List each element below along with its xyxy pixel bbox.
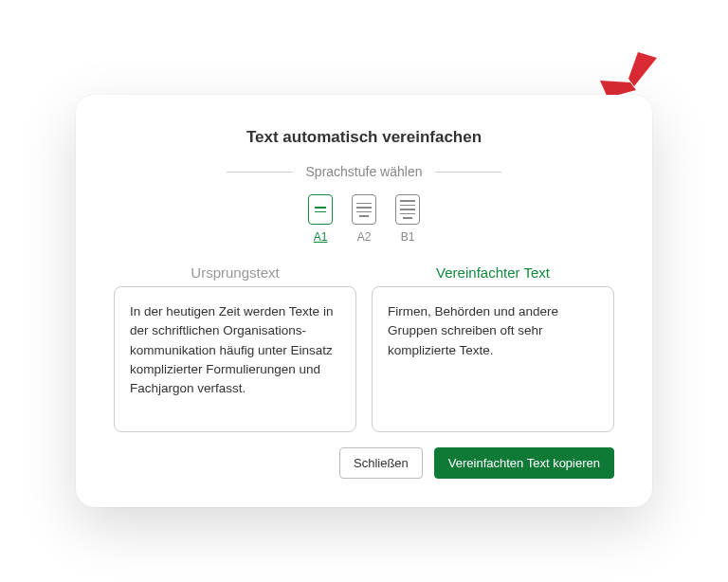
subtitle-text: Sprachstufe wählen (306, 164, 423, 179)
divider-line (435, 172, 501, 173)
simplify-dialog: Text automatisch vereinfachen Sprachstuf… (76, 95, 652, 507)
text-columns: In der heutigen Zeit werden Texte in der… (114, 286, 614, 432)
copy-simplified-button[interactable]: Vereinfachten Text kopieren (434, 447, 614, 479)
source-text-panel: In der heutigen Zeit werden Texte in der… (114, 286, 356, 432)
source-header: Ursprungstext (114, 264, 356, 281)
level-selector: A1 A2 B1 (114, 194, 614, 244)
level-label: A1 (314, 230, 328, 244)
dialog-actions: Schließen Vereinfachten Text kopieren (114, 447, 614, 479)
source-text: In der heutigen Zeit werden Texte in der… (130, 304, 333, 395)
level-b1[interactable]: B1 (395, 194, 420, 244)
level-label: A2 (357, 230, 372, 244)
dialog-title: Text automatisch vereinfachen (114, 128, 614, 147)
divider-line (227, 172, 293, 173)
svg-marker-0 (628, 52, 657, 86)
document-icon (352, 194, 376, 225)
columns-header: Ursprungstext Vereinfachter Text (114, 264, 614, 281)
simplified-header: Vereinfachter Text (372, 264, 614, 281)
document-icon (395, 194, 420, 225)
document-icon (308, 194, 333, 225)
simplified-text-panel: Firmen, Behörden und andere Gruppen schr… (372, 286, 614, 432)
level-a2[interactable]: A2 (352, 194, 376, 244)
subtitle-row: Sprachstufe wählen (114, 164, 614, 179)
level-a1[interactable]: A1 (308, 194, 333, 244)
close-button[interactable]: Schließen (339, 447, 423, 479)
level-label: B1 (401, 230, 415, 244)
simplified-text: Firmen, Behörden und andere Gruppen schr… (388, 304, 558, 357)
